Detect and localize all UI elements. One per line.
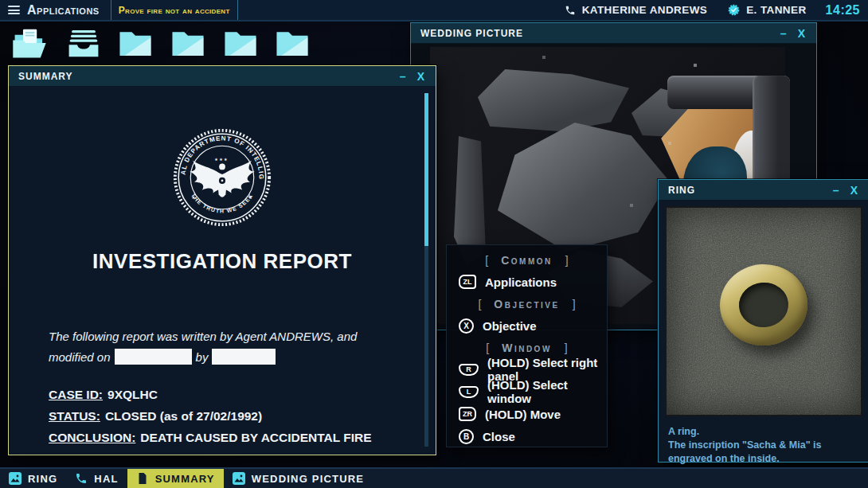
taskbar-item-ring[interactable]: RING: [0, 469, 66, 488]
close-button[interactable]: X: [798, 23, 805, 44]
contact-e-tanner[interactable]: E. TANNER: [728, 4, 806, 16]
desktop-icon-folder-2[interactable]: [170, 26, 206, 60]
taskbar-label: RING: [28, 473, 57, 485]
char-fragment: [478, 69, 629, 131]
controls-context-menu: [ Common ] ZL Applications [ Objective ]…: [446, 244, 608, 447]
field-label: STATUS:: [49, 409, 100, 423]
field-value: CLOSED (as of 27/02/1992): [105, 409, 262, 423]
char-fragment: [498, 123, 669, 252]
ash-specks: [430, 47, 432, 49]
intro-by-label: by: [196, 350, 209, 364]
scrollbar-thumb[interactable]: [424, 93, 428, 246]
summary-titlebar[interactable]: SUMMARY – X: [9, 66, 436, 87]
contact-name: KATHERINE ANDREWS: [582, 4, 708, 16]
redacted-date-field[interactable]: [115, 349, 192, 365]
intro-modified-label: modified on: [49, 350, 111, 364]
close-button[interactable]: X: [417, 66, 424, 87]
eagle-glyph: ★ ★ ★: [190, 157, 254, 197]
minimize-button[interactable]: –: [400, 66, 406, 87]
bracket: ]: [565, 342, 568, 354]
caption-line1: A ring.: [668, 425, 861, 439]
ring-titlebar[interactable]: RING – X: [659, 180, 868, 201]
contact-name: E. TANNER: [746, 4, 806, 16]
x-button-icon: X: [459, 318, 474, 334]
menu-item-objective[interactable]: X Objective: [447, 314, 607, 337]
taskbar-label: SUMMARY: [155, 473, 215, 485]
taskbar-label: HAL: [94, 473, 118, 485]
section-title: Window: [502, 342, 552, 354]
svg-text:★ ★ ★: ★ ★ ★: [214, 157, 228, 162]
open-folder-icon: [11, 26, 48, 60]
ring-photo: [665, 206, 862, 416]
desktop-icon-folder-4[interactable]: [274, 26, 311, 60]
minimize-button[interactable]: –: [833, 180, 839, 201]
report-intro: The following report was written by Agen…: [49, 326, 380, 368]
menu-section-window: [ Window ]: [447, 337, 607, 358]
menu-section-common: [ Common ]: [447, 249, 607, 271]
report-fields: CASE ID:9XQLHC STATUS:CLOSED (as of 27/0…: [49, 384, 404, 455]
contact-katherine-andrews[interactable]: KATHERINE ANDREWS: [565, 4, 708, 16]
scrollbar-track[interactable]: [424, 93, 428, 447]
minimize-button[interactable]: –: [780, 23, 787, 44]
bracket: [: [486, 342, 489, 354]
r-button-icon: R: [459, 364, 479, 376]
report-heading: INVESTIGATION REPORT: [9, 249, 436, 274]
seal-star: ★: [191, 195, 195, 200]
taskbar-item-summary[interactable]: SUMMARY: [127, 469, 224, 488]
section-title: Objective: [494, 298, 559, 310]
seal-star: ★: [248, 195, 252, 200]
taskbar-item-hal[interactable]: HAL: [66, 469, 127, 488]
ring-content: A ring. The inscription "Sacha & Mia" is…: [659, 201, 868, 462]
close-button[interactable]: X: [850, 180, 858, 201]
folder-icon: [117, 26, 154, 60]
image-icon: [233, 472, 245, 485]
image-icon: [9, 472, 22, 485]
caption-line2: The inscription "Sacha & Mia" is engrave…: [668, 439, 861, 466]
taskbar-item-wedding-picture[interactable]: WEDDING PICTURE: [224, 469, 373, 488]
intro-line1: The following report was written by Agen…: [49, 330, 357, 343]
menu-item-select-right-panel[interactable]: R (HOLD) Select right panel: [447, 358, 607, 381]
desktop-icon-folder-1[interactable]: [117, 26, 154, 60]
bracket: [: [478, 298, 481, 310]
bracket: ]: [573, 298, 576, 310]
clock: 14:25: [826, 3, 860, 18]
summary-content: FEDERAL DEPARTMENT OF INTELLIGENCE THE T…: [9, 87, 436, 455]
menu-item-close[interactable]: B Close: [447, 425, 607, 447]
hamburger-menu-icon[interactable]: [8, 6, 20, 14]
menu-item-applications[interactable]: ZL Applications: [447, 271, 607, 293]
menu-item-label: Applications: [485, 275, 557, 289]
document-icon: [136, 472, 149, 485]
field-case-id: CASE ID:9XQLHC: [49, 384, 404, 405]
game-desktop: Applications Prove fire not an accident …: [0, 0, 868, 488]
current-objective-label: Prove fire not an accident: [111, 5, 237, 16]
bracket: ]: [565, 254, 569, 267]
taskbar-label: WEDDING PICTURE: [252, 473, 365, 485]
ring-caption: A ring. The inscription "Sacha & Mia" is…: [668, 425, 861, 466]
phone-icon: [75, 472, 88, 485]
federal-seal-icon: FEDERAL DEPARTMENT OF INTELLIGENCE THE T…: [171, 127, 273, 228]
zr-button-icon: ZR: [459, 407, 476, 421]
wedding-picture-titlebar[interactable]: WEDDING PICTURE – X: [411, 23, 816, 44]
window-title: RING: [668, 185, 695, 196]
field-label: CONCLUSION:: [49, 431, 135, 444]
applications-menu-button[interactable]: Applications: [27, 3, 100, 18]
field-conclusion: CONCLUSION:DEATH CAUSED BY ACCIDENTAL FI…: [49, 427, 404, 455]
menu-item-select-window[interactable]: L (HOLD) Select window: [447, 381, 607, 403]
redacted-name-field[interactable]: [212, 349, 276, 365]
window-title: SUMMARY: [18, 71, 73, 82]
field-label: CASE ID:: [49, 388, 103, 401]
folder-icon: [274, 26, 311, 60]
topbar-divider: [237, 0, 238, 20]
desktop-icon-tray[interactable]: [65, 26, 102, 60]
top-bar: Applications Prove fire not an accident …: [0, 0, 868, 20]
l-button-icon: L: [459, 386, 479, 398]
menu-item-label: Close: [483, 430, 515, 443]
photo-vignette: [667, 208, 861, 415]
desktop-icon-open-folder[interactable]: [11, 26, 48, 60]
section-title: Common: [501, 254, 553, 267]
menu-item-move[interactable]: ZR (HOLD) Move: [447, 403, 607, 425]
window-title: WEDDING PICTURE: [420, 28, 523, 39]
desktop-icon-folder-3[interactable]: [222, 26, 259, 60]
folder-icon: [170, 26, 206, 60]
window-ring: RING – X A ring. The inscription "Sacha …: [658, 179, 868, 463]
